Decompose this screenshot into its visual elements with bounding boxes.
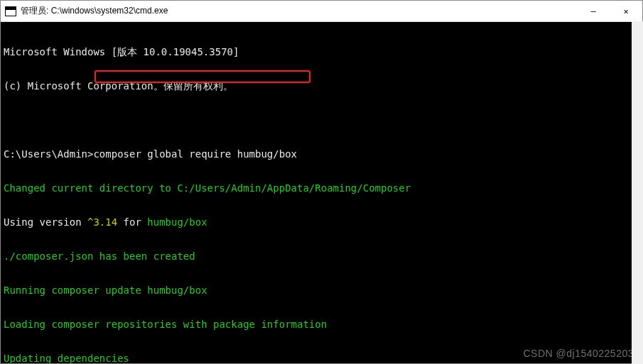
changed-dir-line: Changed current directory to C:/Users/Ad… — [4, 182, 639, 194]
using-version-line: Using version ^3.14 for humbug/box — [4, 216, 639, 228]
window-controls: — ✕ — [577, 1, 642, 22]
uv-mid: for — [117, 216, 147, 228]
running-line: Running composer update humbug/box — [4, 285, 639, 296]
created-line: ./composer.json has been created — [4, 250, 639, 262]
header-line-2: (c) Microsoft Corporation。保留所有权利。 — [4, 80, 639, 92]
uv-pre: Using version — [4, 216, 87, 228]
terminal-area[interactable]: Microsoft Windows [版本 10.0.19045.3570] (… — [1, 22, 642, 363]
minimize-button[interactable]: — — [577, 1, 610, 22]
cmd-icon — [5, 6, 16, 16]
loading-line: Loading composer repositories with packa… — [4, 319, 639, 330]
header-line-1: Microsoft Windows [版本 10.0.19045.3570] — [4, 46, 639, 57]
uv-pkg: humbug/box — [147, 216, 207, 228]
close-button[interactable]: ✕ — [610, 1, 642, 22]
watermark-text: CSDN @dj1540225203 — [523, 348, 634, 359]
prompt-command: composer global require humbug/box — [93, 148, 297, 160]
prompt-line: C:\Users\Admin>composer global require h… — [4, 148, 639, 160]
window-frame: 管理员: C:\windows\system32\cmd.exe — ✕ Mic… — [0, 0, 643, 364]
blank-line — [4, 114, 639, 126]
prompt-path: C:\Users\Admin> — [4, 148, 93, 160]
uv-ver: ^3.14 — [87, 216, 117, 228]
vertical-scrollbar[interactable] — [632, 21, 643, 364]
window-title: 管理员: C:\windows\system32\cmd.exe — [21, 5, 168, 17]
titlebar[interactable]: 管理员: C:\windows\system32\cmd.exe — ✕ — [1, 1, 642, 22]
